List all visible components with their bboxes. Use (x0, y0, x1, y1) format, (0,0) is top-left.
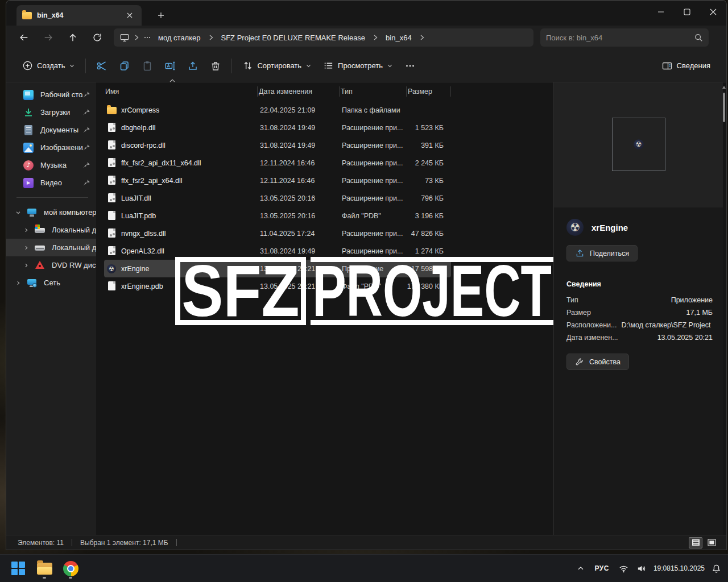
more-options-button[interactable] (399, 56, 421, 76)
file-row[interactable]: dbghelp.dll 31.08.2024 19:49 Расширение … (104, 119, 451, 136)
properties-button[interactable]: Свойства (566, 354, 629, 370)
scroll-up-icon[interactable] (722, 86, 726, 89)
sidebar-item-videos[interactable]: Видео (6, 174, 96, 192)
taskbar-chrome[interactable] (59, 557, 82, 580)
pin-icon (83, 179, 90, 186)
rename-button[interactable] (159, 56, 181, 76)
file-row[interactable]: LuaJIT.pdb 13.05.2025 20:16 Файл "PDB" 3… (104, 207, 451, 225)
tab-bar: bin_x64 (6, 1, 726, 26)
sidebar-item-network[interactable]: Сеть (6, 274, 96, 292)
this-pc-icon[interactable] (118, 32, 131, 43)
minimize-button[interactable] (648, 1, 674, 23)
sidebar-item-this-pc[interactable]: мой компьютер (6, 203, 96, 221)
breadcrumb-overflow-icon[interactable] (142, 34, 152, 41)
folder-icon (22, 12, 32, 19)
chevron-right-icon (417, 34, 427, 41)
maximize-button[interactable] (674, 1, 700, 23)
file-row-selected[interactable]: xrEngine 13.05.2025 20:21 Приложение 17 … (104, 260, 451, 277)
file-row[interactable]: OpenAL32.dll 31.08.2024 19:49 Расширение… (104, 242, 451, 260)
running-indicator (69, 577, 72, 579)
sidebar-item-pictures[interactable]: Изображения (6, 139, 96, 156)
column-header-size[interactable]: Размер (407, 86, 451, 97)
vertical-scrollbar[interactable] (722, 82, 726, 535)
sidebar-item-local-disk-d[interactable]: Локальный диск (6, 239, 96, 256)
file-row[interactable]: nvngx_dlss.dll 11.04.2025 17:24 Расширен… (104, 225, 451, 242)
copy-icon (119, 60, 130, 72)
dll-file-icon (107, 176, 117, 185)
details-view-button[interactable] (689, 537, 702, 548)
sidebar-item-local-disk-c[interactable]: Локальный диск (6, 221, 96, 239)
sidebar-item-documents[interactable]: Документы (6, 121, 96, 139)
file-row[interactable]: ffx_fsr2_api_x64.dll 12.11.2024 16:46 Ра… (104, 172, 451, 189)
scrollbar-thumb[interactable] (723, 93, 725, 122)
chevron-down-icon[interactable] (14, 210, 22, 215)
sidebar-item-desktop[interactable]: Рабочий стол (6, 86, 96, 103)
icons-view-button[interactable] (705, 537, 718, 548)
up-button[interactable] (63, 28, 82, 47)
column-header-date[interactable]: Дата изменения (258, 86, 340, 97)
chevron-right-icon (206, 34, 216, 41)
details-pane-toggle[interactable]: Сведения (656, 56, 716, 76)
clock-date: 15.10.2025 (671, 564, 705, 573)
file-row[interactable]: LuaJIT.dll 13.05.2025 20:16 Расширение п… (104, 189, 451, 207)
chevron-right-icon[interactable] (22, 245, 30, 251)
details-pane: xrEngine Поделиться Сведения Тип Приложе… (553, 82, 723, 535)
paste-button[interactable] (136, 56, 159, 76)
volume-status[interactable] (632, 558, 650, 579)
notifications-button[interactable] (708, 558, 728, 579)
file-row[interactable]: xrCompress 22.04.2025 21:09 Папка с файл… (104, 101, 451, 119)
taskbar-clock[interactable]: 19:08 15.10.2025 (650, 558, 708, 579)
new-button[interactable]: Создать (16, 56, 81, 76)
network-status[interactable] (615, 558, 632, 579)
file-row[interactable]: discord-rpc.dll 31.08.2024 19:49 Расшире… (104, 136, 451, 154)
window-controls (648, 1, 726, 23)
cut-button[interactable] (90, 56, 113, 76)
refresh-button[interactable] (88, 28, 107, 47)
sidebar-item-dvd-drive[interactable]: DVD RW дисковод (6, 256, 96, 274)
chevron-right-icon[interactable] (14, 280, 22, 286)
taskbar-file-explorer[interactable] (33, 557, 56, 580)
share-file-button[interactable]: Поделиться (566, 245, 638, 261)
chevron-right-icon[interactable] (22, 263, 30, 268)
copy-button[interactable] (113, 56, 136, 76)
system-tray: РУС 19:08 15.10.2025 (573, 555, 728, 582)
view-button[interactable]: Просмотреть (317, 56, 399, 76)
share-icon (575, 248, 585, 258)
close-button[interactable] (700, 1, 726, 23)
sidebar-item-music[interactable]: Музыка (6, 156, 96, 174)
file-row[interactable]: ffx_fsr2_api_dx11_x64.dll 12.11.2024 16:… (104, 154, 451, 172)
chevron-down-icon (305, 63, 312, 69)
search-input[interactable]: Поиск в: bin_x64 (540, 28, 709, 47)
forward-button[interactable] (39, 28, 58, 47)
column-header-name[interactable]: Имя (104, 86, 258, 97)
chevron-right-icon[interactable] (22, 227, 30, 233)
file-row[interactable]: xrEngine.pdb 13.05.2025 20:21 Файл "PDB"… (104, 277, 451, 295)
back-button[interactable] (14, 28, 34, 47)
wifi-icon (619, 564, 628, 573)
clock-time: 19:08 (653, 564, 671, 573)
breadcrumb-item[interactable]: SFZ Project E0 DELUXE REMAKE Release (217, 31, 370, 44)
tab-bin-x64[interactable]: bin_x64 (16, 5, 142, 26)
share-button[interactable] (181, 56, 204, 76)
pin-icon (83, 109, 90, 116)
scissors-icon (96, 60, 107, 72)
rename-icon (164, 60, 176, 72)
file-rows: xrCompress 22.04.2025 21:09 Папка с файл… (96, 101, 553, 295)
sidebar-item-downloads[interactable]: Загрузки (6, 103, 96, 121)
breadcrumb-item[interactable]: мод сталкер (154, 31, 205, 44)
new-tab-button[interactable] (153, 7, 169, 23)
sidebar: Рабочий стол Загрузки Документы (6, 82, 96, 535)
tab-close-icon[interactable] (123, 9, 136, 22)
language-indicator[interactable]: РУС (589, 558, 614, 579)
dll-file-icon (107, 140, 117, 150)
column-header-type[interactable]: Тип (340, 86, 407, 97)
file-icon (107, 211, 117, 221)
search-placeholder: Поиск в: bin_x64 (546, 34, 694, 42)
chevron-up-icon (577, 564, 585, 572)
start-button[interactable] (7, 557, 30, 580)
hidden-icons-button[interactable] (573, 558, 589, 579)
status-bar: Элементов: 11 Выбран 1 элемент: 17,1 МБ (6, 535, 726, 550)
sort-button[interactable]: Сортировать (237, 56, 317, 76)
delete-button[interactable] (204, 56, 227, 76)
breadcrumb-item[interactable]: bin_x64 (381, 31, 416, 44)
